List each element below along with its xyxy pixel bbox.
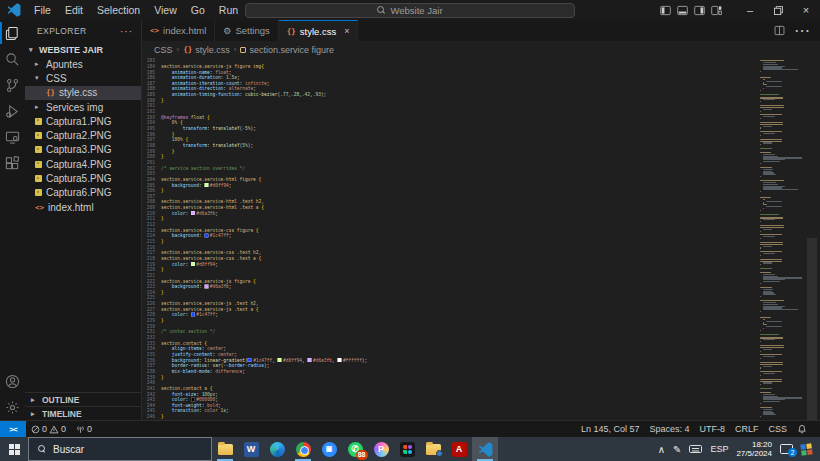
settings-gear-icon[interactable] bbox=[0, 394, 25, 420]
touch-keyboard-icon[interactable] bbox=[689, 445, 702, 453]
menu-file[interactable]: File bbox=[27, 0, 58, 20]
command-center-label: Website Jair bbox=[390, 5, 442, 16]
taskbar-search[interactable]: Buscar bbox=[28, 437, 212, 461]
shared-folder-icon[interactable] bbox=[420, 437, 446, 461]
menu-view[interactable]: View bbox=[147, 0, 184, 20]
file-captura5-png[interactable]: Captura5.PNG bbox=[25, 171, 141, 185]
editor-scrollbar[interactable] bbox=[804, 58, 820, 420]
tab-style-css[interactable]: {}style.css× bbox=[279, 20, 359, 41]
close-button[interactable]: × bbox=[792, 0, 820, 20]
tab-settings[interactable]: ⚙Settings bbox=[215, 20, 278, 41]
notifications-bell-icon[interactable] bbox=[792, 421, 812, 438]
panel-timeline[interactable]: ▸TIMELINE bbox=[25, 406, 141, 420]
file-index-html[interactable]: <>index.html bbox=[25, 200, 141, 214]
whatsapp-icon[interactable]: ✆88 bbox=[342, 437, 368, 461]
source-control-icon[interactable] bbox=[0, 72, 25, 98]
windows-taskbar: Buscar W ▣ ✆88 P A ∧ ✎ ESP 18:20 27/5/20… bbox=[0, 437, 820, 461]
editor-tab-bar: <>index.html⚙Settings{}style.css×⋯ bbox=[142, 20, 820, 41]
workspace-root-folder[interactable]: ▾ WEBSITE JAIR bbox=[25, 42, 141, 57]
html-file-icon: <> bbox=[150, 26, 159, 35]
folder-apuntes[interactable]: ▸Apuntes bbox=[25, 57, 141, 71]
breadcrumb-item[interactable]: CSS bbox=[154, 45, 173, 55]
start-button[interactable] bbox=[0, 437, 28, 461]
css-file-icon: {} bbox=[183, 45, 192, 54]
zoom-icon[interactable]: ▣ bbox=[316, 437, 342, 461]
vscode-taskbar-icon[interactable] bbox=[472, 437, 498, 461]
folder-services-img[interactable]: ▸Services img bbox=[25, 100, 141, 114]
whatsapp-badge: 88 bbox=[356, 450, 368, 460]
file-captura4-png[interactable]: Captura4.PNG bbox=[25, 157, 141, 171]
menu-run[interactable]: Run bbox=[212, 0, 245, 20]
minimize-button[interactable]: – bbox=[736, 0, 764, 20]
breadcrumb-item[interactable]: section.service figure bbox=[240, 45, 334, 55]
image-file-icon bbox=[35, 118, 42, 125]
tab-index-html[interactable]: <>index.html bbox=[142, 20, 215, 41]
toggle-secondary-sidebar-icon[interactable] bbox=[694, 5, 705, 16]
tray-chevron-up-icon[interactable]: ∧ bbox=[658, 444, 665, 455]
code-editor[interactable]: 183 184section.service.service-js figure… bbox=[142, 58, 758, 420]
remote-explorer-icon[interactable] bbox=[0, 124, 25, 150]
folder-css[interactable]: ▾CSS bbox=[25, 71, 141, 85]
panel-outline[interactable]: ▸OUTLINE bbox=[25, 392, 141, 406]
breadcrumb-separator: › bbox=[177, 45, 180, 54]
command-center-search[interactable]: Website Jair bbox=[245, 3, 575, 18]
windows-logo-icon bbox=[9, 444, 20, 455]
scrollbar-thumb[interactable] bbox=[807, 238, 817, 420]
status-spaces-4[interactable]: Spaces: 4 bbox=[644, 421, 694, 438]
image-file-icon bbox=[35, 175, 42, 182]
figma-icon[interactable] bbox=[394, 437, 420, 461]
explorer-more-actions[interactable]: ··· bbox=[120, 26, 133, 37]
file-explorer-icon[interactable] bbox=[212, 437, 238, 461]
menu-selection[interactable]: Selection bbox=[90, 0, 147, 20]
status-utf-8[interactable]: UTF-8 bbox=[694, 421, 730, 438]
chevron-right-icon: ▸ bbox=[35, 103, 42, 111]
split-editor-icon[interactable] bbox=[774, 25, 785, 36]
chrome-icon[interactable] bbox=[290, 437, 316, 461]
status-crlf[interactable]: CRLF bbox=[730, 421, 764, 438]
customize-layout-icon[interactable] bbox=[711, 5, 722, 16]
settings-icon: ⚙ bbox=[223, 26, 231, 36]
extensions-icon[interactable] bbox=[0, 150, 25, 176]
search-icon bbox=[377, 6, 385, 14]
css-file-icon: {} bbox=[46, 88, 55, 97]
run-debug-icon[interactable] bbox=[0, 98, 25, 124]
breadcrumb-separator: › bbox=[234, 45, 237, 54]
breadcrumb-item[interactable]: {}style.css bbox=[183, 45, 230, 55]
breadcrumb: CSS›{}style.css›section.service figure bbox=[142, 41, 820, 58]
widgets-icon[interactable] bbox=[800, 443, 812, 455]
title-bar: FileEditSelectionViewGoRun⋯ ← → Website … bbox=[0, 0, 820, 20]
file-captura1-png[interactable]: Captura1.PNG bbox=[25, 114, 141, 128]
acrobat-icon[interactable]: A bbox=[446, 437, 472, 461]
pen-icon[interactable]: ✎ bbox=[673, 444, 681, 455]
status-css[interactable]: CSS bbox=[763, 421, 792, 438]
remote-indicator[interactable]: >< bbox=[0, 421, 26, 438]
language-indicator[interactable]: ESP bbox=[710, 444, 728, 454]
code-line[interactable]: 246} bbox=[142, 414, 758, 420]
edge-icon[interactable] bbox=[264, 437, 290, 461]
powerpoint-app-icon[interactable]: P bbox=[368, 437, 394, 461]
status-ln-145-col-57[interactable]: Ln 145, Col 57 bbox=[576, 421, 645, 438]
file-captura3-png[interactable]: Captura3.PNG bbox=[25, 143, 141, 157]
clock[interactable]: 18:20 27/5/2024 bbox=[736, 440, 772, 459]
search-icon bbox=[38, 445, 46, 453]
file-tree: ▸Apuntes▾CSS{}style.css▸Services imgCapt… bbox=[25, 57, 141, 214]
toggle-panel-icon[interactable] bbox=[677, 5, 688, 16]
close-tab-icon[interactable]: × bbox=[344, 26, 349, 36]
problems-indicator[interactable]: 0 0 bbox=[26, 421, 71, 438]
file-style-css[interactable]: {}style.css bbox=[25, 86, 141, 100]
notification-center-icon[interactable]: 2 bbox=[780, 444, 793, 454]
search-icon[interactable] bbox=[0, 46, 25, 72]
explorer-icon[interactable] bbox=[0, 20, 25, 46]
menu-edit[interactable]: Edit bbox=[58, 0, 90, 20]
word-icon[interactable]: W bbox=[238, 437, 264, 461]
toggle-sidebar-icon[interactable] bbox=[660, 5, 671, 16]
editor-more-actions[interactable]: ⋯ bbox=[794, 21, 810, 40]
account-icon[interactable] bbox=[0, 368, 25, 394]
menu-go[interactable]: Go bbox=[184, 0, 212, 20]
ports-indicator[interactable]: 0 bbox=[71, 421, 97, 438]
restore-button[interactable] bbox=[764, 0, 792, 20]
html-file-icon: <> bbox=[35, 203, 44, 212]
file-captura6-png[interactable]: Captura6.PNG bbox=[25, 186, 141, 200]
file-captura2-png[interactable]: Captura2.PNG bbox=[25, 128, 141, 142]
minimap[interactable] bbox=[758, 58, 804, 420]
